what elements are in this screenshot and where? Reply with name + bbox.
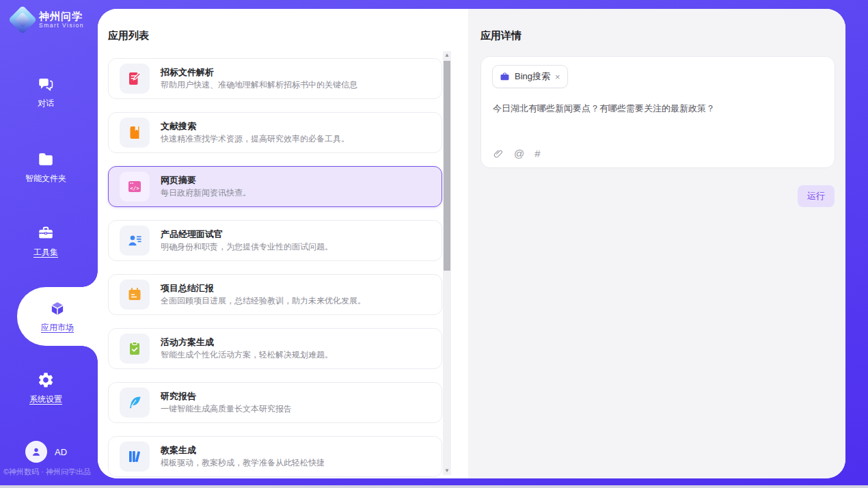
brand-name: 神州问学 bbox=[39, 10, 84, 22]
chat-icon bbox=[37, 75, 55, 93]
sidebar-item-label: 智能文件夹 bbox=[25, 173, 66, 185]
app-card-lesson-plan[interactable]: 教案生成 模板驱动，教案秒成，教学准备从此轻松快捷 bbox=[108, 436, 442, 477]
app-card-title: 招标文件解析 bbox=[161, 66, 357, 78]
app-card-title: 研究报告 bbox=[161, 390, 292, 402]
app-card-title: 项目总结汇报 bbox=[161, 282, 366, 294]
scroll-down-icon[interactable]: ▼ bbox=[443, 467, 451, 475]
close-icon[interactable]: × bbox=[555, 72, 560, 81]
copyright-text: ©神州数码 · 神州问学出品 bbox=[3, 467, 91, 477]
sidebar-item-toolset[interactable]: 工具集 bbox=[0, 224, 92, 258]
run-button[interactable]: 运行 bbox=[798, 185, 835, 207]
content-panel: 应用列表 招标文件解析 帮助用户快速、准确地理解和解析招标书中的关键信息 bbox=[98, 9, 845, 478]
app-detail-title: 应用详情 bbox=[480, 29, 521, 42]
app-card-web-summary[interactable]: </> 网页摘要 每日政府新闻资讯快查。 bbox=[108, 166, 442, 207]
doc-edit-icon bbox=[126, 70, 143, 87]
app-card-title: 文献搜索 bbox=[161, 120, 349, 132]
sidebar-item-label: 系统设置 bbox=[29, 394, 62, 405]
sidebar-item-chat[interactable]: 对话 bbox=[0, 75, 92, 109]
app-card-title: 活动方案生成 bbox=[161, 336, 333, 348]
app-card-pm-interviewer[interactable]: 产品经理面试官 明确身份和职责，为您提供专业性的面试问题。 bbox=[108, 220, 442, 261]
avatar bbox=[25, 441, 47, 463]
books-icon bbox=[126, 448, 143, 465]
person-icon bbox=[30, 446, 42, 458]
app-card-bid-analysis[interactable]: 招标文件解析 帮助用户快速、准确地理解和解析招标书中的关键信息 bbox=[108, 58, 442, 99]
app-card-desc: 智能生成个性化活动方案，轻松解决规划难题。 bbox=[161, 349, 333, 361]
mention-icon[interactable]: @ bbox=[514, 148, 524, 159]
tool-tag-bing-search[interactable]: Bing搜索 × bbox=[492, 65, 568, 88]
app-card-desc: 每日政府新闻资讯快查。 bbox=[161, 187, 251, 199]
app-card-desc: 模板驱动，教案秒成，教学准备从此轻松快捷 bbox=[161, 457, 325, 469]
briefcase-icon bbox=[500, 72, 510, 82]
prompt-toolbar: @ # bbox=[493, 148, 541, 159]
gear-icon bbox=[37, 371, 55, 389]
sidebar-item-app-market[interactable]: 应用市场 bbox=[17, 287, 98, 346]
tool-tag-label: Bing搜索 bbox=[515, 70, 550, 83]
prompt-card: Bing搜索 × 今日湖北有哪些新闻要点？有哪些需要关注的最新政策？ @ # bbox=[480, 56, 835, 168]
sidebar-item-label: 对话 bbox=[38, 98, 54, 109]
app-card-project-summary[interactable]: 项目总结汇报 全面回顾项目进展，总结经验教训，助力未来优化发展。 bbox=[108, 274, 442, 315]
book-icon bbox=[126, 124, 143, 141]
brand-logo: 神州问学 Smart Vision bbox=[12, 10, 84, 30]
prompt-input[interactable]: 今日湖北有哪些新闻要点？有哪些需要关注的最新政策？ bbox=[493, 102, 824, 115]
app-card-research-report[interactable]: 研究报告 一键智能生成高质量长文本研究报告 bbox=[108, 382, 442, 423]
sidebar: 神州问学 Smart Vision 对话 智能文件夹 工具集 bbox=[0, 0, 98, 488]
app-card-title: 教案生成 bbox=[161, 444, 325, 456]
window-bottom-strip bbox=[0, 485, 868, 488]
list-scrollbar[interactable]: ▲ ▼ bbox=[443, 51, 451, 475]
user-name: AD bbox=[55, 447, 67, 457]
app-card-desc: 一键智能生成高质量长文本研究报告 bbox=[161, 403, 292, 415]
app-detail-panel: 应用详情 Bing搜索 × 今日湖北有哪些新闻要点？有哪些需要关注的最新政策？ … bbox=[468, 9, 845, 478]
folder-icon bbox=[37, 150, 55, 168]
app-card-literature-search[interactable]: 文献搜索 快速精准查找学术资源，提高研究效率的必备工具。 bbox=[108, 112, 442, 153]
app-card-event-plan[interactable]: 活动方案生成 智能生成个性化活动方案，轻松解决规划难题。 bbox=[108, 328, 442, 369]
sidebar-item-settings[interactable]: 系统设置 bbox=[0, 371, 92, 405]
clipboard-check-icon bbox=[126, 340, 143, 357]
app-card-desc: 全面回顾项目进展，总结经验教训，助力未来优化发展。 bbox=[161, 295, 366, 307]
scroll-up-icon[interactable]: ▲ bbox=[443, 51, 451, 59]
attachment-icon[interactable] bbox=[493, 148, 504, 159]
sidebar-item-smart-folder[interactable]: 智能文件夹 bbox=[0, 150, 92, 185]
brand-logo-icon bbox=[8, 5, 37, 34]
app-card-title: 产品经理面试官 bbox=[161, 228, 333, 240]
app-card-title: 网页摘要 bbox=[161, 174, 251, 186]
app-list-panel: 应用列表 招标文件解析 帮助用户快速、准确地理解和解析招标书中的关键信息 bbox=[98, 9, 468, 478]
app-list-title: 应用列表 bbox=[108, 29, 149, 42]
calendar-icon bbox=[126, 286, 143, 303]
brand-subtitle: Smart Vision bbox=[39, 22, 84, 29]
quill-icon bbox=[126, 394, 143, 411]
scrollbar-thumb[interactable] bbox=[444, 61, 450, 271]
person-list-icon bbox=[126, 232, 143, 249]
app-card-desc: 帮助用户快速、准确地理解和解析招标书中的关键信息 bbox=[161, 79, 357, 91]
toolbox-icon bbox=[37, 224, 55, 242]
hash-icon[interactable]: # bbox=[534, 148, 540, 159]
cube-icon bbox=[49, 300, 66, 318]
sidebar-item-label: 应用市场 bbox=[41, 322, 74, 334]
sidebar-item-label: 工具集 bbox=[33, 247, 58, 258]
browser-code-icon: </> bbox=[126, 178, 143, 195]
app-list: 招标文件解析 帮助用户快速、准确地理解和解析招标书中的关键信息 文献搜索 快速精… bbox=[108, 58, 442, 478]
app-card-desc: 明确身份和职责，为您提供专业性的面试问题。 bbox=[161, 241, 333, 253]
svg-text:</>: </> bbox=[130, 185, 139, 191]
user-profile[interactable]: AD bbox=[25, 441, 67, 463]
app-card-desc: 快速精准查找学术资源，提高研究效率的必备工具。 bbox=[161, 133, 349, 145]
